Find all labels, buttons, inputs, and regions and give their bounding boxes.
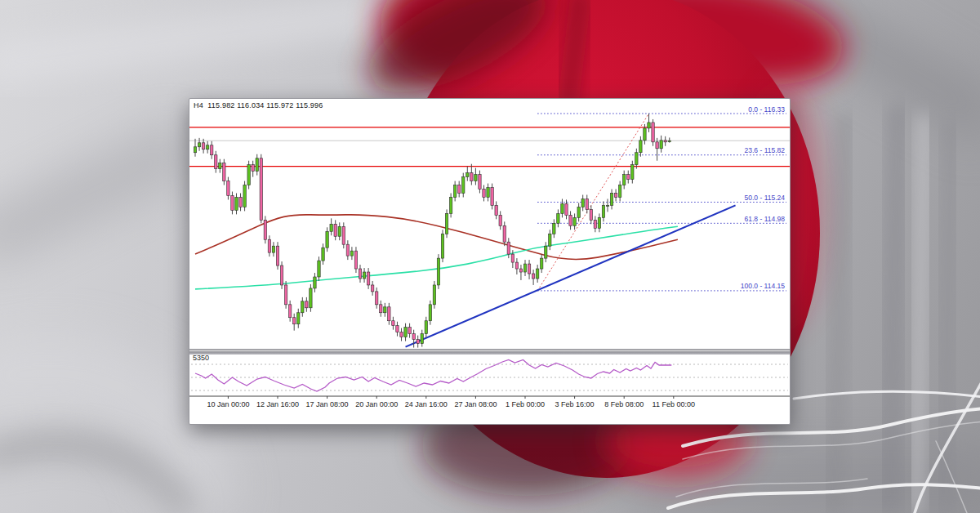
candle-bear — [519, 269, 522, 272]
candle-bull — [326, 231, 328, 248]
candle-bull — [247, 165, 250, 185]
candle-bear — [664, 141, 666, 142]
candle-bear — [334, 224, 336, 236]
candle-bear — [614, 194, 617, 198]
candle-bear — [284, 285, 287, 305]
candle-bear — [565, 203, 568, 215]
candle-bull — [297, 313, 300, 324]
candle-bull — [549, 234, 551, 246]
candle-bear — [268, 239, 270, 252]
x-axis-label: 20 Jan 00:00 — [355, 400, 398, 408]
candle-bear — [586, 199, 588, 209]
pane-separator — [189, 349, 790, 355]
candle-bear — [470, 173, 473, 181]
ma-fast-line — [195, 226, 678, 289]
candle-bull — [384, 307, 386, 313]
x-axis-label: 1 Feb 00:00 — [506, 400, 545, 408]
candle-bear — [499, 215, 501, 225]
candle-bear — [305, 301, 308, 308]
candle-bull — [243, 185, 246, 207]
candle-bull — [644, 128, 646, 141]
candle-bear — [627, 175, 630, 180]
candle-bull — [598, 217, 600, 228]
candle-bull — [557, 213, 559, 223]
candle-bear — [342, 226, 345, 244]
x-axis: 10 Jan 00:0012 Jan 16:0017 Jan 08:0020 J… — [189, 396, 790, 408]
candle-bull — [606, 205, 608, 206]
fib-level-label: 50.0 - 115.24 — [745, 194, 786, 202]
candle-bull — [445, 213, 448, 234]
candle-bear — [528, 264, 530, 274]
candle-bull — [602, 205, 604, 217]
candle-bull — [314, 277, 316, 288]
candle-bear — [412, 334, 415, 340]
candle-bear — [408, 328, 411, 334]
candle-bull — [256, 158, 258, 172]
candle-bull — [536, 269, 538, 279]
indicator-pane — [191, 360, 788, 392]
candle-bear — [227, 181, 229, 196]
candle-bull — [235, 197, 238, 210]
candle-bear — [359, 269, 361, 279]
candle-bear — [532, 274, 534, 279]
candle-bull — [350, 251, 353, 256]
candle-bull — [449, 197, 452, 213]
candle-bull — [301, 301, 304, 313]
x-axis-label: 17 Jan 08:00 — [306, 400, 349, 408]
candle-bear — [656, 142, 658, 149]
candle-bear — [495, 205, 497, 215]
ohlc-header: H4 115.982 116.034 115.972 115.996 — [194, 101, 323, 109]
candle-bear — [392, 321, 394, 326]
candle-bull — [318, 261, 320, 277]
candle-bull — [429, 305, 431, 321]
candle-bull — [631, 165, 634, 180]
fib-level-label: 0.0 - 116.33 — [748, 105, 785, 114]
candle-bull — [310, 288, 312, 308]
resistance-lines — [189, 127, 790, 167]
candle-bull — [523, 264, 526, 272]
candle-bear — [371, 285, 373, 292]
candle-bear — [231, 195, 234, 210]
candle-bear — [380, 305, 382, 313]
candle-bull — [198, 143, 200, 147]
candle-bear — [416, 340, 419, 344]
x-axis-label: 11 Feb 00:00 — [653, 400, 695, 408]
candle-bear — [515, 262, 518, 269]
fib-level-label: 61.8 - 114.98 — [745, 215, 786, 223]
candle-bear — [367, 272, 369, 285]
candle-bull — [474, 175, 477, 181]
candle-bear — [388, 307, 390, 321]
x-axis-label: 3 Feb 16:00 — [555, 400, 595, 408]
fib-level-label: 100.0 - 114.15 — [741, 282, 785, 290]
candle-bull — [404, 328, 407, 337]
candle-bull — [545, 246, 547, 258]
candle-bull — [462, 177, 465, 194]
candle-bull — [219, 163, 221, 169]
candle-bull — [610, 194, 612, 206]
candle-bear — [507, 242, 510, 254]
candle-bull — [623, 175, 626, 185]
candle-bull — [648, 123, 650, 128]
candle-bear — [491, 188, 493, 206]
candle-bull — [425, 321, 427, 334]
candle-bear — [458, 185, 461, 194]
candle-bull — [441, 234, 443, 258]
candle-bull — [453, 185, 456, 198]
candle-bear — [594, 220, 596, 228]
candle-bull — [466, 173, 469, 177]
candle-bull — [487, 188, 489, 198]
candle-bull — [206, 145, 208, 149]
candle-bear — [511, 254, 514, 262]
candle-bull — [577, 207, 580, 217]
candle-bear — [479, 175, 481, 190]
candle-bear — [260, 158, 262, 221]
candle-bull — [437, 258, 439, 285]
x-axis-label: 27 Jan 08:00 — [454, 400, 497, 408]
chart-window: H4 115.982 116.034 115.972 115.996 0.0 -… — [189, 98, 791, 425]
candle-bear — [202, 143, 204, 149]
candle-bear — [590, 209, 592, 220]
candle-bear — [346, 244, 349, 256]
candle-bull — [272, 246, 274, 252]
candle-bear — [503, 225, 506, 242]
candle-bull — [561, 203, 564, 213]
